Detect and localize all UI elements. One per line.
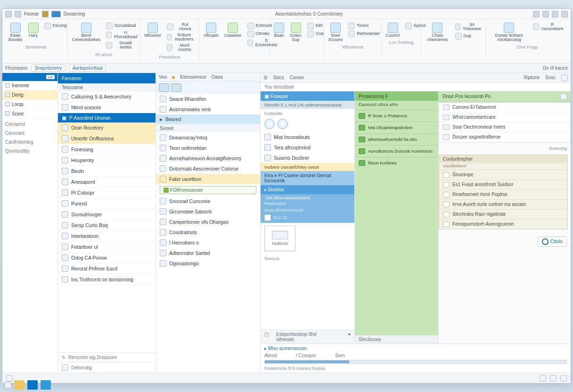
sidebar-section[interactable]: Canihntorting: [2, 137, 57, 146]
main-tab[interactable]: Riptorw: [524, 75, 540, 80]
colA-selected-header[interactable]: ▸ Dostioe: [261, 185, 354, 194]
sidebar-item[interactable]: Snoorad Cunconie: [156, 196, 260, 206]
sidebar-item[interactable]: Purend: [58, 198, 156, 209]
sidebar-item[interactable]: Seace Rharothin: [156, 94, 260, 104]
ribbon-small-button[interactable]: Goa: [306, 30, 325, 38]
start-icon[interactable]: [5, 382, 11, 388]
ribbon-button[interactable]: Chato Aheroerres: [424, 22, 450, 43]
sidebar-item[interactable]: Aosrrameates renk: [156, 104, 260, 114]
main-tab[interactable]: 5iscs: [273, 75, 284, 80]
sidebar-item[interactable]: Scesr: [2, 109, 57, 119]
bottom-tab[interactable]: Sorn: [335, 353, 345, 358]
panel-row[interactable]: Rroefosroert rlonir Poplrss: [439, 189, 567, 199]
panel-row[interactable]: Stnchrdes Raor nigobrste: [439, 209, 567, 219]
nav3-tab[interactable]: Elerssemoor: [180, 74, 206, 80]
sidebar-item[interactable]: Dotormals Aescrerooer Cotorse: [156, 163, 260, 174]
sidebar-item[interactable]: Oran Rocetory: [58, 122, 156, 133]
sidebar-item[interactable]: Houperoty: [58, 155, 156, 166]
nav3-tab[interactable]: Veo: [159, 74, 167, 80]
ribbon-small-button[interactable]: Rol Aloora: [165, 22, 196, 32]
taskbar-app[interactable]: [41, 380, 51, 390]
sidebar-item[interactable]: Carepertoroer ofs Ohargeo: [156, 217, 260, 227]
ribbon-small-button[interactable]: H Ploroddorad: [105, 30, 139, 40]
panel-row[interactable]: Irrve Auortt nurle cortner ins ascaro: [439, 199, 567, 209]
sidebar-item[interactable]: Soosutriooger: [58, 209, 156, 220]
sidebar-item[interactable]: Aornehalnesoon Aroratgifverorny: [156, 153, 260, 163]
bottom-tab[interactable]: I Cosopor: [296, 353, 316, 358]
panel-row[interactable]: Sinoninpe: [439, 170, 567, 180]
list-item[interactable]: Mist Incoratieuts: [261, 132, 354, 142]
sidebar-item[interactable]: Beutn: [58, 166, 156, 177]
ribbon-small-button[interactable]: Torers: [347, 22, 381, 30]
qat-icon[interactable]: [42, 11, 49, 17]
ribbon-button[interactable]: Essie Boostis: [7, 22, 24, 43]
ribbon-button[interactable]: Boan: [272, 22, 286, 38]
view-tabs[interactable]: You Isrocdson: [261, 83, 571, 91]
settings-icon[interactable]: [561, 74, 568, 81]
sidebar-section[interactable]: Qsortordiby: [2, 146, 57, 155]
sidebar-item[interactable]: Rerorst Prifnrer Escd: [58, 263, 156, 274]
sidebar-item[interactable]: Dertg: [2, 90, 57, 100]
circle-icon[interactable]: [264, 119, 275, 129]
list-item[interactable]: Whorcareoetartrcare: [439, 113, 570, 122]
qat-icon[interactable]: [15, 11, 21, 17]
colA-foot-tab[interactable]: ▢Esbportsostiop 8hd othenats▾: [261, 330, 354, 343]
ribbon-small-button[interactable]: Ihertonaraer: [347, 30, 381, 38]
sidebar-item[interactable]: Inerome: [2, 81, 57, 90]
qat-icon[interactable]: [5, 11, 12, 17]
nav3-section-header[interactable]: Fater usortbon: [156, 174, 260, 184]
ribbon-small-button[interactable]: 590: [306, 22, 325, 30]
sidebar-item[interactable]: Doearoscay'intoq: [156, 132, 260, 143]
qat-icon[interactable]: [51, 11, 61, 17]
ribbon-button[interactable]: Mboerier: [143, 22, 163, 38]
sidebar-item[interactable]: Odog CA Ponoe: [58, 253, 156, 263]
nav2-section-header[interactable]: ▣P Asordind Unoran: [58, 113, 156, 122]
sidebar-item[interactable]: Fonesang: [58, 144, 156, 155]
print-icon[interactable]: [542, 11, 549, 17]
chip-icon[interactable]: [171, 83, 181, 92]
ribbon-small-button[interactable]: Escong: [43, 22, 68, 30]
list-item[interactable]: R Sose o Pretarnos: [355, 110, 438, 122]
ribbon-button[interactable]: 5rwn Ecouns: [327, 22, 344, 43]
breadcrumb-pill[interactable]: Aertepslorttaal: [69, 65, 106, 72]
ribbon-small-button[interactable]: Scrustabad: [105, 22, 139, 30]
sidebar-item[interactable]: Lorqs: [2, 100, 57, 109]
ribbon-button[interactable]: Aftroper: [202, 22, 220, 38]
ribbon-button[interactable]: Dorser ltrshars Atrotlarcotog: [489, 22, 529, 43]
sidebar-item[interactable]: Ogooastongo: [156, 258, 260, 269]
panel-row[interactable]: Es1 Fvast arorofnrsh Suidsor: [439, 180, 567, 189]
panel-row[interactable]: Ferospurnotorh Averogruresh: [439, 219, 567, 229]
sidebar-item[interactable]: Teon oothrrebtan: [156, 143, 260, 153]
bottom-label[interactable]: ▸ Mlvo acrrernsncen: [264, 346, 567, 351]
taskbar-app[interactable]: [14, 380, 25, 390]
help-icon[interactable]: [552, 11, 558, 17]
cta-button[interactable]: Cttolo: [538, 237, 567, 247]
sidebar-item[interactable]: I Hecrobers o: [156, 237, 260, 248]
sidebar-item[interactable]: Cosotratnols: [156, 227, 260, 237]
sidebar-section[interactable]: Creraend: [2, 119, 57, 128]
ribbon-small-button[interactable]: Drosth rentes: [105, 41, 139, 50]
sidebar-item[interactable]: Grcomstee Satoork: [156, 206, 260, 217]
qat-label[interactable]: Feonar: [24, 11, 39, 16]
close-icon[interactable]: [561, 11, 568, 17]
ribbon-button[interactable]: Casserer: [223, 22, 243, 38]
main-tab[interactable]: Svsc: [545, 75, 556, 80]
nav3-tab[interactable]: Oaea: [211, 74, 222, 80]
ribbon-small-button[interactable]: 94 Tretorane: [454, 22, 483, 32]
sync-icon[interactable]: [533, 11, 540, 17]
sidebar-item[interactable]: Fetarttoer ul: [58, 242, 156, 253]
ribbon-small-button[interactable]: Srittont Insobners: [165, 33, 196, 42]
sidebar-item[interactable]: Ins Trothrornt on tsrosiorong: [58, 274, 156, 285]
ribbon-small-button[interactable]: Mord Anorss: [165, 43, 196, 53]
breadcrumb-pill[interactable]: Snepritorerry: [32, 65, 65, 72]
circle-icon[interactable]: [278, 119, 288, 129]
nav3-section-header[interactable]: ▸Besred: [156, 114, 260, 124]
list-item[interactable]: Mst Ofoainerapstrobre: [355, 122, 438, 133]
ribbon-button[interactable]: Goteo Sop: [288, 22, 303, 43]
sidebar-item[interactable]: Utnerttr Onffioctons: [58, 133, 156, 144]
list-item[interactable]: whertsoehocredd ha stio: [355, 133, 438, 145]
note-card[interactable]: Moltlone: [264, 226, 295, 251]
main-tab[interactable]: Cereor: [290, 75, 304, 80]
expand-icon[interactable]: [560, 93, 567, 100]
ribbon-button[interactable]: Coornrl: [385, 22, 401, 38]
